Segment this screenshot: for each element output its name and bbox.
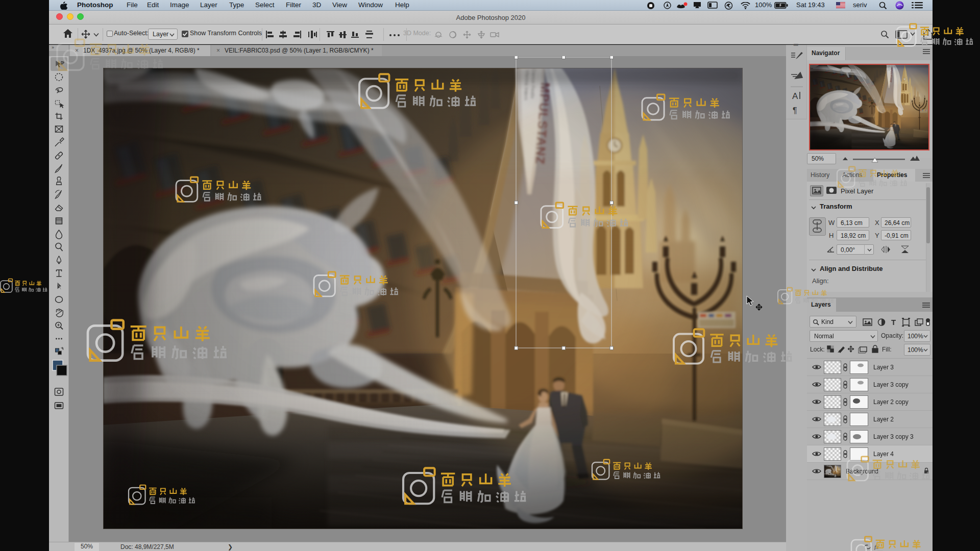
svg-text:T: T [891, 318, 896, 327]
svg-text:A: A [792, 91, 798, 101]
svg-text:fx: fx [874, 544, 878, 550]
svg-text:¶: ¶ [793, 106, 797, 115]
